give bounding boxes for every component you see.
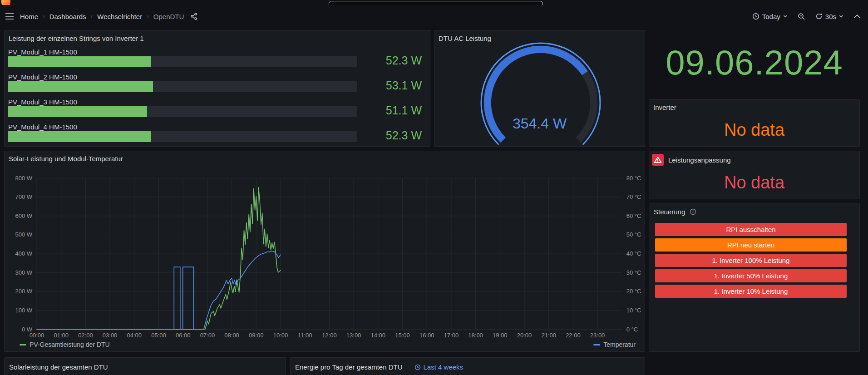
svg-text:15:00: 15:00	[395, 332, 410, 339]
panel-inverter: Inverter No data	[649, 99, 860, 147]
refresh-icon	[815, 13, 823, 20]
breadcrumb-separator: ›	[91, 13, 93, 20]
zoom-out-button[interactable]	[798, 13, 805, 20]
svg-text:13:00: 13:00	[346, 332, 361, 339]
clock-icon	[752, 13, 760, 20]
bar-gauge-list: PV_Modul_1 HM-150052.3 WPV_Modul_2 HM-15…	[8, 48, 426, 148]
refresh-button[interactable]: 30s	[815, 13, 843, 20]
svg-text:14:00: 14:00	[371, 332, 386, 339]
svg-text:09:00: 09:00	[249, 332, 264, 339]
top-header-strip	[0, 0, 868, 5]
steuerung-button[interactable]: RPI ausschalten	[655, 223, 847, 236]
legend-item-temperature[interactable]: Temperatur	[593, 341, 636, 348]
steuerung-button[interactable]: RPI neu starten	[655, 238, 847, 252]
legend-color-pv	[20, 344, 26, 345]
last-4-weeks-link[interactable]: Last 4 weeks	[414, 363, 464, 371]
panel-leistungsanpassung: Leistungsanpassung No data	[649, 151, 860, 199]
bar-track	[8, 81, 357, 92]
steuerung-button[interactable]: 1. Inverter 50% Leistung	[655, 269, 847, 282]
bar-fill	[8, 56, 151, 67]
time-range-label: Today	[762, 13, 780, 20]
bar-fill	[8, 81, 153, 92]
svg-text:80 °C: 80 °C	[626, 175, 641, 182]
panel-ac-power-gauge: DTU AC Leistung 354.4 W	[434, 30, 645, 147]
breadcrumb-dashboards[interactable]: Dashboards	[49, 13, 86, 20]
collapse-header-button[interactable]	[853, 14, 861, 19]
bar-gauge-row: PV_Modul_2 HM-150053.1 W	[8, 73, 426, 92]
svg-text:00:00: 00:00	[30, 332, 44, 339]
clock-icon	[414, 364, 421, 370]
svg-text:04:00: 04:00	[127, 332, 142, 339]
svg-text:11:00: 11:00	[298, 332, 312, 339]
share-button[interactable]	[190, 13, 197, 20]
time-range-picker[interactable]: Today	[752, 13, 788, 20]
svg-text:03:00: 03:00	[103, 332, 118, 339]
bar-fill	[8, 131, 151, 142]
svg-text:05:00: 05:00	[151, 332, 166, 339]
svg-text:300 W: 300 W	[15, 269, 32, 276]
grafana-logo	[1, 0, 10, 5]
panel-strings-power: Leistung der einzelnen Strings von Inver…	[4, 30, 430, 147]
steuerung-button[interactable]: 1. Inverter 10% Leistung	[655, 285, 847, 298]
alert-triangle-icon	[654, 156, 662, 163]
svg-text:18:00: 18:00	[468, 332, 483, 339]
alert-state-badge[interactable]	[652, 154, 664, 166]
no-data-text: No data	[724, 120, 784, 140]
panel-solar-temperature-chart: 0 W100 W200 W300 W400 W500 W600 W700 W80…	[4, 151, 645, 352]
svg-text:01:00: 01:00	[54, 332, 69, 339]
share-icon	[190, 13, 197, 20]
svg-text:70 °C: 70 °C	[626, 193, 641, 200]
panel-title: Leistung der einzelnen Strings von Inver…	[9, 35, 144, 42]
svg-text:600 W: 600 W	[15, 212, 32, 219]
chevron-up-icon	[853, 14, 861, 19]
svg-text:700 W: 700 W	[15, 193, 32, 200]
nav-bar: Home › Dashboards › Wechselrichter › Ope…	[0, 5, 868, 28]
panel-title: Inverter	[653, 104, 676, 111]
svg-text:06:00: 06:00	[176, 332, 191, 339]
search-input[interactable]	[329, 1, 543, 5]
breadcrumb-home[interactable]: Home	[20, 13, 38, 20]
info-icon[interactable]	[690, 208, 696, 215]
bar-gauge-row: PV_Modul_1 HM-150052.3 W	[8, 48, 426, 67]
bar-value: 51.1 W	[386, 104, 422, 117]
chevron-down-icon	[783, 15, 788, 18]
legend-label-pv: PV-Gesamtleistung der DTU	[30, 341, 110, 348]
svg-text:400 W: 400 W	[15, 250, 32, 257]
svg-text:10:00: 10:00	[273, 332, 288, 339]
svg-text:08:00: 08:00	[224, 332, 239, 339]
svg-text:800 W: 800 W	[15, 175, 32, 182]
bar-value: 53.1 W	[386, 79, 422, 92]
svg-text:17:00: 17:00	[444, 332, 459, 339]
link-label: Last 4 weeks	[424, 363, 464, 371]
svg-text:07:00: 07:00	[200, 332, 215, 339]
bar-label: PV_Modul_2 HM-1500	[8, 73, 426, 81]
svg-text:100 W: 100 W	[15, 307, 32, 314]
panel-solar-power-total: Solarleistung der gesamten DTU	[4, 357, 286, 375]
zoom-out-icon	[798, 13, 805, 20]
menu-toggle-button[interactable]	[5, 13, 14, 20]
bar-track	[8, 106, 357, 117]
svg-text:20:00: 20:00	[517, 332, 532, 339]
panel-title: Steuerung	[654, 208, 685, 216]
panel-title: Leistungsanpassung	[668, 156, 731, 164]
svg-text:0 °C: 0 °C	[626, 326, 638, 333]
bar-gauge-row: PV_Modul_4 HM-150052.3 W	[8, 123, 426, 142]
svg-text:21:00: 21:00	[541, 332, 556, 339]
bar-fill	[8, 106, 147, 117]
gauge-value: 354.4 W	[434, 115, 645, 132]
date-value: 09.06.2024	[666, 43, 843, 82]
panel-energy-per-day: Energie pro Tag der gesamten DTU Last 4 …	[290, 357, 645, 375]
breadcrumb-folder[interactable]: Wechselrichter	[97, 13, 142, 20]
svg-text:23:00: 23:00	[590, 332, 605, 339]
legend-item-pv[interactable]: PV-Gesamtleistung der DTU	[20, 341, 110, 348]
panel-title: Solar-Leistung und Modul-Temperatur	[9, 155, 123, 163]
breadcrumb-separator: ›	[43, 13, 45, 20]
chevron-down-icon	[839, 15, 843, 18]
legend-color-temperature	[593, 344, 600, 345]
time-series-chart: 0 W100 W200 W300 W400 W500 W600 W700 W80…	[5, 151, 645, 351]
panel-title: Solarleistung der gesamten DTU	[9, 363, 108, 371]
svg-text:40 °C: 40 °C	[626, 250, 641, 257]
svg-text:10 °C: 10 °C	[626, 307, 641, 314]
svg-text:12:00: 12:00	[322, 332, 337, 339]
steuerung-button[interactable]: 1. Inverter 100% Leistung	[655, 254, 847, 267]
